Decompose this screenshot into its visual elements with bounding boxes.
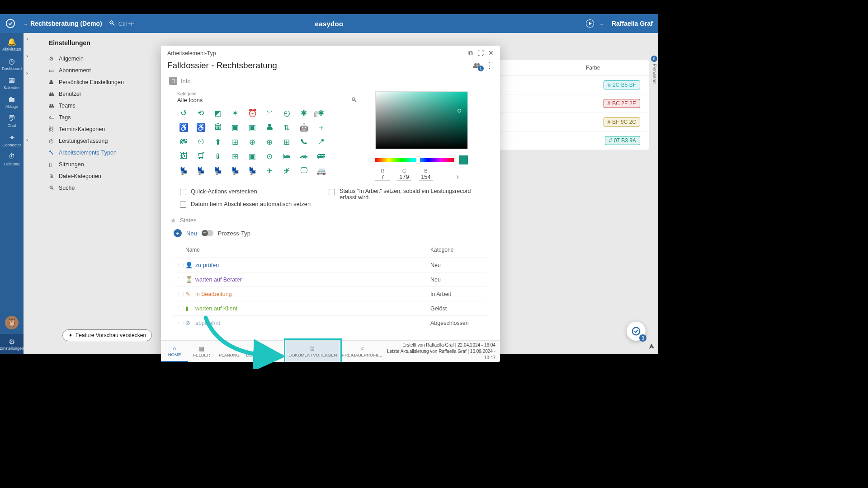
footer-tab-documentation[interactable]: ▣DOKUMENTATION [243, 341, 286, 362]
state-name[interactable]: abgelehnt [195, 320, 430, 326]
icon-choice[interactable]: ✶ [229, 108, 241, 118]
rail-performance[interactable]: ⏱Leistung [0, 150, 24, 169]
settings-item-file-categories[interactable]: 🗎Datei-Kategorien [44, 170, 156, 182]
icon-choice[interactable]: ⏲ [263, 108, 276, 118]
icon-choice[interactable]: ⟲ [194, 108, 207, 118]
rail-calendar[interactable]: 📅︎Kalender [0, 74, 24, 93]
hue-slider[interactable] [375, 158, 454, 162]
icon-choice[interactable]: ▣ [246, 151, 259, 161]
drag-handle-icon[interactable]: ⋮⋮ [176, 320, 185, 326]
state-row[interactable]: ⋮⋮ ⊘ abgelehnt Abgeschlossen [174, 316, 487, 330]
icon-choice[interactable]: 📷︎ [177, 137, 190, 147]
icon-choice[interactable]: 🖼︎ [177, 151, 190, 161]
scroll-top-icon[interactable]: ⮝ [649, 343, 655, 350]
settings-item-appointment-categories[interactable]: ⛓Termin-Kategorien [44, 123, 156, 135]
rgb-b-input[interactable] [419, 174, 433, 181]
drag-handle-icon[interactable]: ⋮⋮ [176, 277, 185, 282]
rail-activities[interactable]: 🔔Aktivitäten [0, 35, 24, 54]
icon-choice[interactable]: 📞︎ [297, 137, 310, 147]
state-name[interactable]: in Bearbeitung [195, 291, 430, 297]
more-menu-icon[interactable]: ⋮ [486, 61, 494, 70]
icon-choice[interactable]: ◴ [280, 108, 293, 118]
icon-choice[interactable]: ⊞ [280, 137, 293, 147]
play-icon[interactable] [586, 19, 594, 28]
chevron-right-icon[interactable]: › [26, 137, 28, 143]
add-state-button[interactable]: + [174, 229, 182, 237]
settings-item-users[interactable]: 👥︎Benutzer [44, 88, 156, 100]
icon-choice[interactable]: ⇅ [280, 122, 293, 132]
icon-choice[interactable]: ⊞ [229, 137, 241, 147]
icon-choice[interactable]: ♿ [177, 122, 190, 132]
rgb-r-input[interactable] [375, 174, 390, 181]
icon-choice[interactable]: 🛒︎ [194, 151, 207, 161]
icon-choice[interactable]: ▣ [246, 122, 259, 132]
settings-item-search[interactable]: 🔍︎Suche [44, 182, 156, 194]
project-name[interactable]: Rechtsberatung (Demo) [30, 20, 102, 27]
rail-connector[interactable]: ✦Connector [0, 131, 24, 150]
project-chevron-icon[interactable]: ⌄ [24, 21, 28, 27]
icon-choice[interactable]: 💺 [194, 166, 207, 176]
icon-choice[interactable]: 💺 [246, 166, 259, 176]
search-icon[interactable]: 🔍︎ [108, 19, 116, 28]
rail-chat[interactable]: 💬︎Chat [0, 112, 24, 131]
fullscreen-icon[interactable]: ⛶ [477, 49, 484, 57]
icon-choice[interactable]: 🏛︎ [212, 122, 224, 132]
icon-choice[interactable]: ⊞ [229, 151, 241, 161]
icon-choice[interactable]: ✈︎ [263, 166, 276, 176]
rail-files[interactable]: 🖿Ablage [0, 93, 24, 112]
checkbox-date-auto[interactable]: Datum beim Abschliessen automatisch setz… [180, 201, 311, 208]
icon-choice[interactable]: 👤︎ [263, 122, 276, 132]
icon-choice[interactable]: ⊕ [263, 137, 276, 147]
icon-choice[interactable]: 🚗︎ [297, 151, 310, 161]
icon-category-value[interactable]: Alle Icons 🔍︎ [177, 96, 362, 103]
icon-choice[interactable]: ✱ [297, 108, 310, 118]
chevron-right-icon[interactable]: › [26, 53, 28, 59]
process-type-toggle[interactable] [202, 230, 213, 236]
footer-tab-home[interactable]: ⌂HOME [161, 341, 188, 362]
icon-choice[interactable]: ⏲ [194, 137, 207, 147]
user-chevron-icon[interactable]: ⌄ [599, 21, 604, 27]
chevron-right-icon[interactable]: › [26, 70, 28, 76]
chevron-right-icon[interactable]: › [26, 36, 28, 42]
feature-preview-hide-button[interactable]: ✦Feature Vorschau verstecken [62, 329, 152, 341]
icon-choice[interactable]: ＋ [315, 122, 327, 132]
icon-choice[interactable]: 💺 [212, 166, 224, 176]
trash-icon[interactable]: 🗑︎ [313, 110, 320, 118]
icon-choice[interactable]: ⊙ [263, 151, 276, 161]
icon-choice[interactable]: 📍︎ [315, 137, 327, 147]
color-mode-next-icon[interactable]: › [457, 173, 459, 181]
settings-item-personal[interactable]: 👤︎Persönliche Einstellungen [44, 76, 156, 88]
icon-choice[interactable]: ♿ [194, 122, 207, 132]
state-row[interactable]: ⋮⋮ 👤 zu prüfen Neu [174, 258, 487, 272]
icon-choice[interactable]: 🤖 [297, 122, 310, 132]
user-name[interactable]: Raffaella Graf [612, 20, 653, 27]
notification-fab[interactable]: 3 [627, 322, 646, 341]
icon-choice[interactable]: ↺ [177, 108, 190, 118]
state-name[interactable]: warten auf Klient [195, 305, 430, 312]
icon-choice[interactable]: 🚐 [315, 166, 327, 176]
icon-choice[interactable]: 🖵 [297, 166, 310, 176]
footer-tab-fields[interactable]: ▤FELDER [188, 341, 215, 362]
icon-choice[interactable]: ⊕ [246, 137, 259, 147]
icon-choice[interactable]: ⬆ [212, 137, 224, 147]
group-icon[interactable]: 👥︎1 [473, 61, 481, 70]
drag-handle-icon[interactable]: ⋮⋮ [176, 262, 185, 268]
state-row[interactable]: ⋮⋮ ✎ in Bearbeitung In Arbeit [174, 287, 487, 301]
checkbox-quick-actions[interactable]: Quick-Actions verstecken [180, 188, 311, 195]
settings-item-teams[interactable]: 👥︎Teams [44, 100, 156, 112]
icon-choice[interactable]: 💺 [177, 166, 190, 176]
checkbox-status-in-arbeit[interactable]: Status "In Arbeit" setzen, sobald ein Le… [329, 188, 473, 201]
settings-item-sessions[interactable]: ▯Sitzungen [44, 159, 156, 170]
state-name[interactable]: warten auf Berater [195, 277, 430, 283]
icon-choice[interactable]: ✈̸ [280, 166, 293, 176]
settings-item-work-element-types[interactable]: 🔧︎Arbeitselements-Typen [44, 147, 156, 159]
icon-choice[interactable]: ⏰ [246, 108, 259, 118]
close-icon[interactable]: ✕ [488, 49, 494, 57]
state-row[interactable]: ⋮⋮ ▮ warten auf Klient Gelöst [174, 301, 487, 316]
icon-search-icon[interactable]: 🔍︎ [351, 96, 357, 103]
icon-choice[interactable]: 💺 [229, 166, 241, 176]
drag-handle-icon[interactable]: ⋮⋮ [176, 291, 185, 297]
icon-choice[interactable]: ◩ [212, 108, 224, 118]
footer-tab-planning[interactable]: PLANUNG [215, 341, 243, 362]
icon-choice[interactable]: 📱︎ [212, 151, 224, 161]
